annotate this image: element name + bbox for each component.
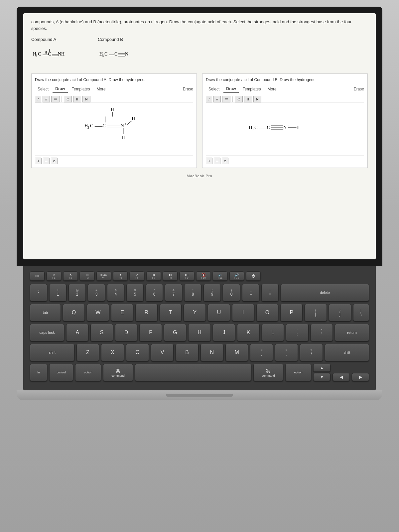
zoom-in-a[interactable]: + (35, 158, 42, 164)
key-rshift[interactable]: shift (325, 344, 369, 361)
key-0[interactable]: ) 0 (223, 284, 240, 301)
key-i[interactable]: I (232, 304, 254, 321)
key-f[interactable]: F (139, 324, 162, 341)
nitrogen-tool-b[interactable]: N (253, 96, 261, 102)
key-p[interactable]: P (280, 304, 303, 321)
key-9[interactable]: ( 9 (203, 284, 221, 301)
carbon-tool-a[interactable]: C (64, 96, 71, 102)
key-comma[interactable]: < , (250, 344, 273, 361)
key-power[interactable]: ⏻ (246, 271, 261, 281)
key-option-left[interactable]: option (75, 364, 101, 381)
key-quote[interactable]: " ' (311, 324, 333, 341)
key-d[interactable]: D (115, 324, 137, 341)
triple-bond-a[interactable]: /// (51, 96, 60, 102)
key-j[interactable]: J (213, 324, 235, 341)
key-minus[interactable]: _ − (242, 284, 259, 301)
key-1[interactable]: ! 1 (49, 284, 66, 301)
key-8[interactable]: * 8 (184, 284, 201, 301)
key-fn-bottom[interactable]: fn (30, 364, 47, 381)
key-7[interactable]: & 7 (165, 284, 182, 301)
key-space[interactable] (135, 364, 251, 381)
key-t[interactable]: T (160, 304, 182, 321)
key-f10[interactable]: 🔇 F10 (196, 271, 211, 281)
key-lbracket[interactable]: { [ (305, 304, 327, 321)
key-esc[interactable]: esc (30, 271, 45, 281)
triple-bond-b[interactable]: /// (222, 96, 230, 102)
key-l[interactable]: L (262, 324, 284, 341)
key-return[interactable]: return (335, 324, 369, 341)
double-bond-b[interactable]: // (213, 96, 221, 102)
tab-select-b[interactable]: Select (206, 85, 222, 93)
draw-canvas-b[interactable]: H 3 C C N + (206, 102, 364, 156)
tab-templates-b[interactable]: Templates (240, 85, 264, 93)
key-a[interactable]: A (66, 324, 88, 341)
key-lshift[interactable]: shift (30, 344, 74, 361)
key-arrow-down[interactable]: ▼ (313, 373, 331, 381)
key-o[interactable]: O (256, 304, 279, 321)
hydrogen-tool-a[interactable]: H (73, 96, 81, 102)
key-equals[interactable]: + = (261, 284, 279, 301)
key-f7[interactable]: ⏮ F7 (146, 271, 161, 281)
key-arrow-left[interactable]: ◀ (332, 373, 350, 381)
key-ctrl[interactable]: control (49, 364, 73, 381)
key-f5[interactable]: ✦ F5 (113, 271, 128, 281)
key-rbracket[interactable]: } ] (329, 304, 351, 321)
key-backtick[interactable]: ~ ` (30, 284, 47, 301)
key-5[interactable]: % 5 (126, 284, 144, 301)
key-tab[interactable]: tab (30, 304, 61, 321)
single-bond-b[interactable]: / (206, 96, 212, 102)
key-arrow-right[interactable]: ▶ (352, 373, 369, 381)
single-bond-a[interactable]: / (35, 96, 41, 102)
key-cmd-right[interactable]: ⌘ command (253, 364, 283, 381)
tab-more-b[interactable]: More (265, 85, 279, 93)
zoom-reset-a[interactable]: ○ (51, 158, 58, 164)
key-x[interactable]: X (101, 344, 124, 361)
key-q[interactable]: Q (63, 304, 85, 321)
key-f6[interactable]: ☀ F6 (130, 271, 144, 281)
key-c[interactable]: C (126, 344, 149, 361)
key-f9[interactable]: ⏭ F9 (180, 271, 194, 281)
tab-more-a[interactable]: More (94, 85, 108, 93)
key-period[interactable]: > . (275, 344, 298, 361)
key-f3[interactable]: ⊞ F3 (80, 271, 94, 281)
key-m[interactable]: M (225, 344, 248, 361)
key-option-right[interactable]: option (285, 364, 311, 381)
key-6[interactable]: ^ 6 (146, 284, 163, 301)
key-4[interactable]: $ 4 (107, 284, 124, 301)
key-f8[interactable]: ⏯ F8 (163, 271, 178, 281)
tab-draw-a[interactable]: Draw (53, 85, 67, 93)
key-cmd-left[interactable]: ⌘ command (103, 364, 133, 381)
key-caps[interactable]: caps lock (30, 324, 64, 341)
zoom-reset-b[interactable]: ○ (222, 158, 228, 164)
key-g[interactable]: G (164, 324, 186, 341)
key-backslash[interactable]: | \ (353, 304, 369, 321)
key-semicolon[interactable]: : ; (286, 324, 308, 341)
key-k[interactable]: K (237, 324, 259, 341)
tab-templates-a[interactable]: Templates (69, 85, 93, 93)
key-3[interactable]: # 3 (88, 284, 105, 301)
key-v[interactable]: V (151, 344, 174, 361)
key-b[interactable]: B (176, 344, 199, 361)
key-n[interactable]: N (200, 344, 223, 361)
key-u[interactable]: U (208, 304, 230, 321)
double-bond-a[interactable]: // (43, 96, 50, 102)
tab-draw-b[interactable]: Draw (223, 85, 238, 93)
erase-button-a[interactable]: Erase (183, 86, 193, 92)
key-2[interactable]: @ 2 (68, 284, 86, 301)
key-e[interactable]: E (111, 304, 133, 321)
key-r[interactable]: R (135, 304, 158, 321)
key-f11[interactable]: 🔉 F11 (213, 271, 227, 281)
draw-canvas-a[interactable]: H H 3 C C N (35, 102, 193, 156)
key-f2[interactable]: ☀ F2 (63, 271, 78, 281)
key-h[interactable]: H (188, 324, 210, 341)
tab-select-a[interactable]: Select (35, 85, 51, 93)
key-arrow-up[interactable]: ▲ (313, 364, 331, 372)
erase-button-b[interactable]: Erase (354, 86, 364, 92)
key-f1[interactable]: ☀ F1 (47, 271, 61, 281)
key-f4[interactable]: ⊞⊞⊞ F4 (96, 271, 111, 281)
hydrogen-tool-b[interactable]: H (244, 96, 252, 102)
zoom-in-b[interactable]: + (206, 158, 212, 164)
key-w[interactable]: W (87, 304, 109, 321)
zoom-out-b[interactable]: − (214, 158, 220, 164)
key-slash[interactable]: ? / (300, 344, 323, 361)
